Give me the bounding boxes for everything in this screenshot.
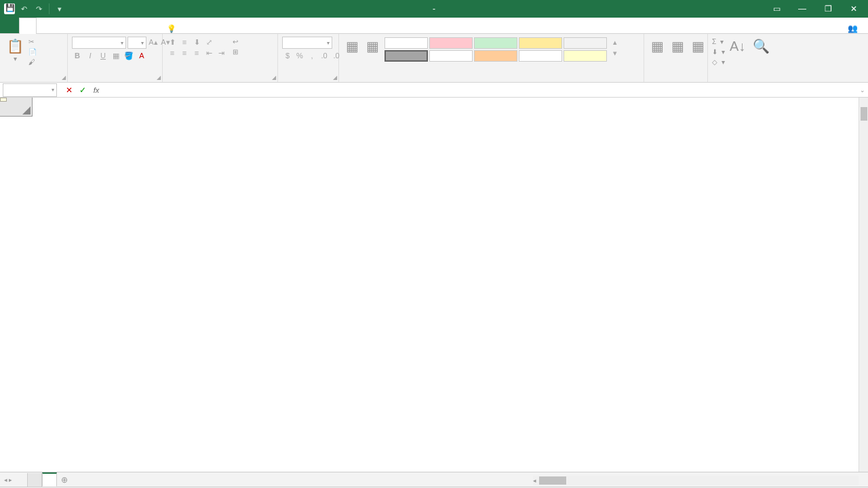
style-calculation[interactable] — [564, 37, 607, 49]
style-explanatory[interactable] — [429, 50, 473, 62]
vertical-scrollbar[interactable] — [859, 98, 868, 472]
tab-next-icon[interactable]: ▸ — [9, 476, 12, 483]
align-center-icon[interactable]: ≡ — [179, 47, 190, 58]
cond-format-button[interactable]: ▦ — [343, 37, 361, 56]
undo-icon[interactable]: ↶ — [18, 3, 30, 15]
clear-button[interactable]: ◇ ▾ — [712, 57, 725, 67]
format-painter-button[interactable]: 🖌 — [28, 57, 39, 67]
group-label — [282, 81, 334, 82]
copy-button[interactable]: 📄 — [28, 47, 39, 57]
cut-button[interactable]: ✂ — [28, 37, 39, 47]
comma-icon[interactable]: , — [307, 50, 317, 61]
style-check-cell[interactable] — [384, 50, 428, 62]
name-box[interactable] — [3, 83, 57, 97]
formula-input[interactable] — [103, 83, 857, 97]
qat-dropdown-icon[interactable]: ▾ — [54, 3, 66, 15]
sheet-tab-sum-values[interactable] — [27, 473, 42, 487]
scrollbar-thumb[interactable] — [861, 107, 867, 121]
underline-icon[interactable]: U — [98, 50, 108, 61]
style-linked-cell[interactable] — [519, 50, 562, 62]
maximize-icon[interactable]: ❐ — [816, 1, 840, 17]
dialog-launcher-icon[interactable]: ◢ — [333, 75, 337, 81]
border-icon[interactable]: ▦ — [111, 50, 121, 61]
align-top-icon[interactable]: ⬆ — [167, 37, 178, 47]
align-right-icon[interactable]: ≡ — [191, 47, 202, 58]
accept-formula-icon[interactable]: ✓ — [76, 83, 90, 97]
font-name-combo[interactable] — [72, 37, 126, 49]
developer-tab[interactable] — [142, 17, 160, 33]
save-icon[interactable] — [4, 3, 15, 14]
fx-icon[interactable]: fx — [90, 83, 103, 97]
percent-icon[interactable]: % — [294, 50, 305, 61]
tell-me[interactable]: 💡 — [167, 24, 179, 33]
number-format-combo[interactable] — [282, 37, 332, 49]
bold-icon[interactable]: B — [72, 50, 83, 61]
merge-center-button[interactable]: ⊞ — [233, 47, 240, 57]
grow-font-icon[interactable]: A▴ — [148, 37, 159, 47]
scroll-left-icon[interactable]: ◂ — [533, 477, 536, 484]
ribbon-options-icon[interactable]: ▭ — [765, 1, 788, 17]
tab-nav[interactable]: ◂▸ — [0, 476, 27, 483]
font-color-icon[interactable]: A — [136, 50, 147, 61]
format-cells-button[interactable]: ▦ — [689, 37, 707, 56]
horizontal-scrollbar[interactable]: ◂ — [533, 476, 859, 485]
sheet-tab-within-tolerance[interactable] — [42, 472, 57, 487]
formulas-tab[interactable] — [72, 17, 90, 33]
insert-tab[interactable] — [37, 17, 54, 33]
dialog-launcher-icon[interactable]: ◢ — [157, 75, 161, 81]
wrap-text-button[interactable]: ↩ — [233, 37, 240, 47]
share-button[interactable]: 👥 — [840, 24, 868, 33]
ribbon: 📋▾ ✂ 📄 🖌 ◢ A▴ A▾ B I U ▦ 🪣 A — [0, 34, 868, 83]
fill-color-icon[interactable]: 🪣 — [123, 50, 134, 61]
tab-prev-icon[interactable]: ◂ — [4, 476, 7, 483]
inc-decimal-icon[interactable]: .0 — [319, 50, 330, 61]
styles-up-icon[interactable]: ▴ — [610, 37, 620, 47]
data-tab[interactable] — [90, 17, 107, 33]
redo-icon[interactable]: ↷ — [33, 3, 45, 15]
group-label — [167, 81, 273, 82]
style-bad[interactable] — [429, 37, 473, 49]
worksheet-grid[interactable]: ✧ — [0, 98, 868, 472]
style-normal[interactable] — [384, 37, 428, 49]
delete-cells-button[interactable]: ▦ — [669, 37, 687, 56]
align-middle-icon[interactable]: ≡ — [179, 37, 190, 47]
share-icon: 👥 — [848, 24, 858, 33]
dialog-launcher-icon[interactable]: ◢ — [272, 75, 276, 81]
cancel-formula-icon[interactable]: ✕ — [62, 83, 76, 97]
cond-format-icon: ▦ — [346, 38, 359, 54]
fill-button[interactable]: ⬇ ▾ — [712, 47, 725, 57]
window-title: - — [431, 4, 438, 14]
format-as-table-button[interactable]: ▦ — [363, 37, 382, 56]
align-bottom-icon[interactable]: ⬇ — [191, 37, 202, 47]
table-icon: ▦ — [366, 38, 379, 54]
cut-icon: ✂ — [28, 38, 34, 45]
styles-down-icon[interactable]: ▾ — [610, 47, 620, 58]
close-icon[interactable]: ✕ — [842, 1, 865, 17]
dialog-launcher-icon[interactable]: ◢ — [62, 75, 66, 81]
orientation-icon[interactable]: ⤢ — [203, 37, 214, 47]
font-size-combo[interactable] — [127, 37, 146, 49]
style-neutral[interactable] — [519, 37, 562, 49]
align-left-icon[interactable]: ≡ — [167, 47, 178, 58]
accounting-icon[interactable]: $ — [282, 50, 293, 61]
home-tab[interactable] — [19, 18, 37, 34]
autosum-button[interactable]: Σ ▾ — [712, 37, 725, 47]
file-tab[interactable] — [0, 17, 19, 33]
scrollbar-thumb[interactable] — [539, 476, 566, 485]
page-layout-tab[interactable] — [54, 17, 72, 33]
minimize-icon[interactable]: — — [791, 1, 814, 17]
sort-filter-button[interactable]: A↓ — [727, 37, 748, 56]
expand-formula-bar-icon[interactable]: ⌄ — [857, 87, 868, 94]
style-note[interactable] — [564, 50, 607, 62]
indent-dec-icon[interactable]: ⇤ — [203, 47, 214, 58]
new-sheet-icon[interactable]: ⊕ — [57, 475, 72, 485]
indent-inc-icon[interactable]: ⇥ — [216, 47, 226, 58]
view-tab[interactable] — [125, 17, 142, 33]
style-input[interactable] — [474, 50, 517, 62]
paste-button[interactable]: 📋▾ — [4, 37, 26, 64]
style-good[interactable] — [474, 37, 517, 49]
insert-cells-button[interactable]: ▦ — [648, 37, 667, 56]
review-tab[interactable] — [107, 17, 125, 33]
italic-icon[interactable]: I — [85, 50, 96, 61]
find-select-button[interactable]: 🔍 — [750, 37, 772, 56]
